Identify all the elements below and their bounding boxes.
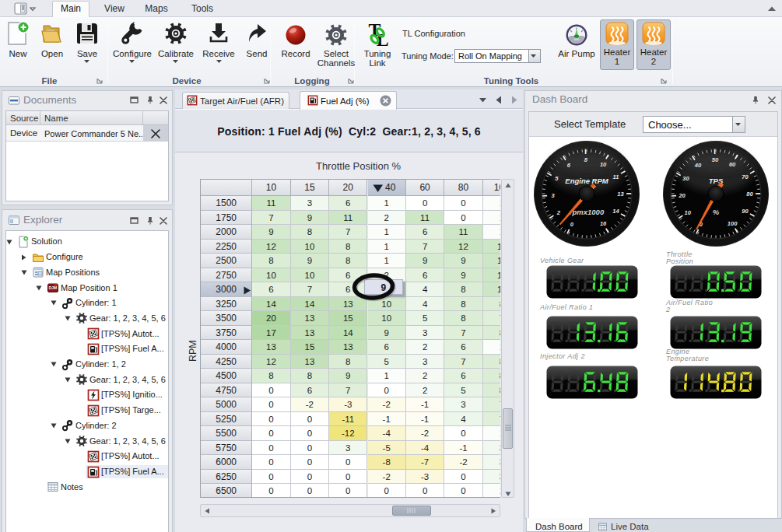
- svg-text:14: 14: [612, 208, 619, 215]
- svg-text:100: 100: [728, 220, 738, 227]
- svg-text:30: 30: [682, 175, 689, 182]
- svg-text:Engine RPM: Engine RPM: [565, 177, 609, 185]
- svg-text:80: 80: [746, 191, 753, 198]
- svg-text:10: 10: [600, 161, 607, 168]
- svg-text:20: 20: [678, 192, 686, 199]
- svg-text:2: 2: [556, 209, 561, 216]
- svg-text:60: 60: [729, 161, 736, 168]
- svg-text:10: 10: [685, 209, 692, 216]
- svg-text:70: 70: [742, 173, 749, 180]
- svg-text:%: %: [713, 208, 720, 216]
- svg-text:40: 40: [694, 162, 702, 169]
- svg-text:11: 11: [613, 173, 619, 180]
- svg-text:90: 90: [742, 208, 749, 215]
- svg-text:DJM: DJM: [49, 285, 58, 290]
- svg-text:50: 50: [712, 156, 719, 163]
- svg-text:13: 13: [617, 191, 624, 198]
- svg-text:16: 16: [600, 220, 607, 227]
